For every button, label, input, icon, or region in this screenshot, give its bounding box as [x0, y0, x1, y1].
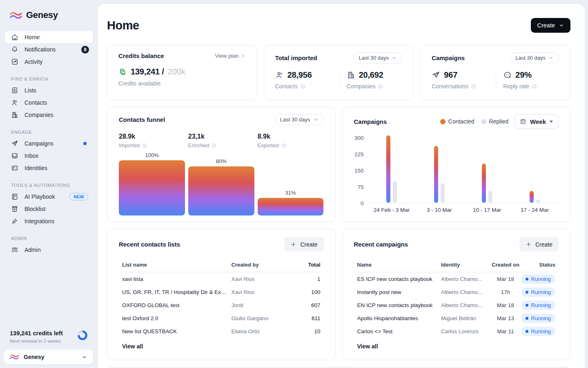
info-icon[interactable] — [532, 84, 537, 89]
chevron-down-icon — [548, 55, 554, 61]
info-icon[interactable] — [471, 84, 476, 89]
info-icon[interactable] — [378, 84, 383, 89]
col-name: Name — [357, 262, 441, 268]
info-icon[interactable] — [300, 84, 305, 89]
credits-renewal-text: Next renewal in 2 weeks — [10, 339, 91, 343]
table-row[interactable]: xavi lista Xavi Rios 1 — [119, 272, 324, 285]
companies-imported-value: 20,692 — [359, 70, 383, 80]
total: 1 — [297, 276, 321, 282]
plus-icon — [526, 241, 532, 247]
recent-contacts-lists-card: Recent contacts lists Create List name C… — [107, 229, 336, 360]
status-label: Running — [531, 328, 551, 334]
table-row[interactable]: test Oxford 2.0 Giulio Gargano 611 — [119, 312, 324, 325]
create-button[interactable]: Create — [531, 18, 570, 33]
credits-caption: Credits available — [118, 80, 246, 87]
sidebar-item-lists[interactable]: Lists — [5, 84, 93, 96]
date-range-dropdown[interactable]: Last 30 days — [275, 114, 324, 125]
table-row[interactable]: ES ICP new contacts playbook Alberto Cha… — [354, 272, 559, 285]
table-row[interactable]: Instantly post new Alberto Chamo... 17h … — [354, 285, 559, 298]
campaign-name: Carlos <> Test — [357, 328, 441, 334]
table-row[interactable]: Apollo Hispanohablantes Miguel Beltrán M… — [354, 312, 559, 325]
campaign-name: EN ICP new contacts playbook — [357, 302, 441, 308]
date-range-dropdown[interactable]: Last 30 days — [510, 52, 559, 63]
info-icon[interactable] — [142, 143, 147, 148]
section-title-engage: ENGAGE — [11, 130, 93, 135]
conversations-value: 967 — [444, 70, 457, 80]
sidebar-item-notifications[interactable]: Notifications 8 — [5, 43, 93, 56]
date-range-label: Last 30 days — [515, 55, 546, 61]
chevron-down-icon — [392, 55, 397, 61]
table-row[interactable]: US, GR, FR, IT, TR / Hospitality Dir & E… — [119, 285, 324, 298]
campaigns-chart-card: Campaigns Contacted Replied Week — [342, 107, 571, 222]
create-campaign-button[interactable]: Create — [519, 237, 559, 251]
sidebar-item-campaigns[interactable]: Campaigns — [5, 137, 93, 150]
sidebar-item-label: Campaigns — [24, 140, 53, 147]
contacted-legend-dot — [440, 119, 445, 124]
credits-usage-ring — [78, 330, 87, 340]
funnel-label: Imported — [119, 142, 140, 148]
info-icon[interactable] — [281, 143, 286, 148]
identity: Carlos Lorenzo — [441, 328, 491, 334]
period-label: Week — [530, 118, 546, 125]
date-range-dropdown[interactable]: Last 30 days — [354, 52, 403, 63]
workspace-name: Genesy — [24, 354, 45, 360]
sidebar-item-blocklist[interactable]: Blocklist — [5, 203, 93, 215]
sidebar-item-label: Inbox — [24, 153, 38, 159]
sidebar-item-identities[interactable]: Identities — [5, 162, 93, 174]
sidebar-item-companies[interactable]: Companies — [5, 109, 93, 121]
funnel-chart: 100% 80% 31% — [119, 151, 324, 215]
funnel-stat-enriched: 23,1k Enriched — [188, 133, 254, 148]
sidebar-item-contacts[interactable]: Contacts — [5, 96, 93, 109]
replied-bar — [441, 183, 445, 203]
total: 10 — [297, 328, 321, 334]
calendar-icon — [520, 118, 526, 125]
reply-rate-metric: 29% Reply rate — [496, 70, 537, 90]
section-title-admin: ADMIN — [11, 236, 93, 241]
sidebar-item-home[interactable]: Home — [5, 31, 93, 43]
blocklist-icon — [11, 205, 18, 213]
table-row[interactable]: New list QUESTBACK Eliana Ortiz 10 — [119, 325, 324, 338]
created-on: Mar 18 — [491, 276, 520, 282]
sidebar: Genesy Home Notifications 8 Activity FIN… — [0, 0, 98, 368]
app-name: Genesy — [26, 10, 58, 20]
workspace-switcher[interactable]: Genesy — [4, 350, 93, 364]
view-plan-link[interactable]: View plan — [215, 53, 245, 59]
status-label: Running — [531, 302, 551, 308]
campaign-name: Instantly post new — [357, 289, 441, 295]
stats-row: Credits balance View plan 139,241 / 200k… — [107, 45, 570, 100]
created-by: Xavi Rios — [232, 276, 297, 282]
companies-icon — [347, 71, 355, 79]
identities-icon — [11, 164, 18, 172]
view-all-link[interactable]: View all — [357, 343, 378, 350]
card-title: Credits balance — [118, 52, 164, 59]
info-icon[interactable] — [212, 143, 216, 148]
funnel-bar-enriched — [188, 166, 254, 215]
section-title-find-enrich: FIND & ENRICH — [11, 76, 93, 81]
col-created-on: Created on — [491, 262, 520, 268]
contacts-imported-value: 28,956 — [287, 70, 312, 80]
sidebar-item-activity[interactable]: Activity — [5, 56, 93, 68]
campaigns-bar-chart: 300 225 150 75 0 — [354, 134, 559, 203]
sidebar-item-ai-playbook[interactable]: AI Playbook NEW — [5, 191, 93, 203]
create-list-button[interactable]: Create — [284, 237, 323, 251]
sidebar-item-label: Admin — [24, 247, 41, 253]
period-dropdown[interactable]: Week — [514, 114, 559, 129]
sidebar-item-label: Home — [24, 34, 40, 40]
sidebar-item-admin[interactable]: Admin — [5, 244, 93, 256]
funnel-stat-exported: 8.9k Exported — [258, 133, 324, 148]
contacts-lists-table: List name Created by Total xavi lista Xa… — [119, 258, 324, 350]
bar-group-week1 — [368, 134, 416, 203]
table-row[interactable]: Carlos <> Test Carlos Lorenzo Mar 11 Run… — [354, 325, 559, 338]
sidebar-item-integrations[interactable]: Integrations — [5, 215, 93, 227]
campaigns-icon — [11, 140, 18, 147]
replied-bar — [488, 191, 492, 203]
sidebar-item-label: Contacts — [24, 99, 47, 106]
view-all-link[interactable]: View all — [122, 343, 143, 350]
funnel-bar-imported — [119, 160, 185, 215]
conversations-metric: 967 Conversations — [432, 70, 496, 90]
sidebar-item-inbox[interactable]: Inbox — [5, 150, 93, 162]
table-row[interactable]: EN ICP new contacts playbook Alberto Cha… — [354, 298, 559, 312]
table-row[interactable]: OXFORD GLOBAL test Jordi 607 — [119, 298, 324, 312]
imported-contacts-metric: 28,956 Contacts — [275, 70, 339, 90]
chevron-down-icon — [313, 117, 318, 122]
